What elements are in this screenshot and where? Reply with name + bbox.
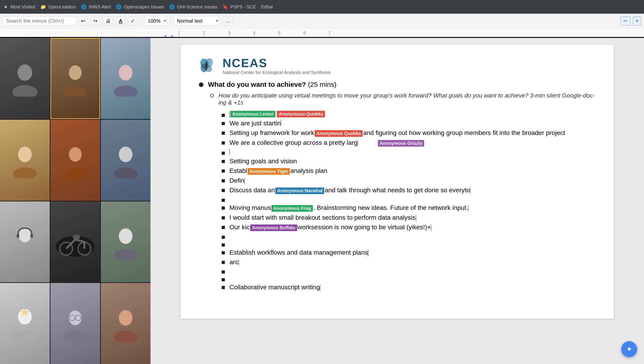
- main-bullet-text: What do you want to achieve? (25 mins): [208, 81, 336, 88]
- bullet-sq-6: [222, 160, 225, 163]
- video-cell-6: [101, 120, 150, 201]
- edit-pencil-icon: ✏: [624, 18, 628, 24]
- bullet-text-2: We are just startin: [230, 120, 281, 127]
- cursor-4: [244, 178, 245, 184]
- bullet-item-empty-2: [222, 149, 596, 155]
- cursor-11: [320, 285, 320, 291]
- cursor-2: [281, 120, 281, 126]
- svg-point-25: [13, 167, 37, 178]
- tab-psps[interactable]: PSPS - SCE: [230, 4, 256, 10]
- sub-bullet-item: How do you anticipate using virtual meet…: [210, 92, 596, 106]
- cursor-1: [230, 111, 230, 117]
- anon-quokka-label: Anonymous Quokka: [277, 111, 325, 117]
- search-menus-input[interactable]: [3, 17, 76, 26]
- time-text: (25 mins): [306, 81, 336, 88]
- svg-text:4: 4: [253, 31, 256, 35]
- svg-rect-0: [0, 28, 644, 37]
- bullet-item-empty-6: [222, 268, 596, 274]
- bullet-item-7: Defin: [222, 177, 596, 184]
- svg-text:5: 5: [278, 31, 280, 35]
- main-bullet-marker: [199, 82, 204, 87]
- main-toolbar: ↩ ↪ 🖨 A ✓ 100% Normal text … ✏ ▾: [0, 14, 644, 28]
- cursor-grizzly: [357, 140, 358, 146]
- tab-openleaders[interactable]: OpenLeaders: [48, 4, 76, 10]
- svg-point-23: [114, 86, 138, 97]
- anon-tiger-label: Anonymous Tiger: [248, 168, 290, 175]
- floating-chat-button[interactable]: ✦: [621, 341, 637, 357]
- zoom-select[interactable]: 100%: [144, 16, 167, 26]
- bullet-sq-3: [222, 131, 225, 135]
- browser-tabs: ★ Most Visited 📁 OpenLeaders 🌐 iNWS Aler…: [4, 4, 273, 10]
- tab-ohi-science[interactable]: OHI-Science Issues: [177, 4, 217, 10]
- bullet-item-empty-4: [222, 233, 596, 239]
- bullet-sq-9: [222, 189, 225, 192]
- svg-point-31: [14, 250, 36, 260]
- video-cell-11: [50, 283, 100, 364]
- cursor-7: [416, 215, 416, 221]
- bullet-text-9: Moving manusAnonymous Frog. Brainstormin…: [230, 204, 468, 212]
- bullet-list[interactable]: Anonymous Lemur Anonymous Quokka We are …: [222, 111, 596, 291]
- bullet-item-8: Discuss data anAnonymous Narwhaland talk…: [222, 187, 596, 194]
- bullet-item-6: EstablAnonymous Tigeranalysis plan: [222, 167, 596, 175]
- redo-button[interactable]: ↪: [90, 17, 100, 26]
- bullet-item-5: Setting goals and vision: [222, 157, 596, 165]
- bullet-text-10: I would start with small breakout sectio…: [230, 214, 416, 221]
- bullet-item-empty-3: [222, 196, 596, 202]
- bullet-text-12: Establish workflows and data management …: [230, 249, 368, 256]
- bullet-text-5: Setting goals and vision: [230, 157, 297, 165]
- tab-most-visited-label[interactable]: Most Visited: [10, 4, 35, 10]
- anon-narwhal-label: Anonymous Narwhal: [275, 188, 324, 194]
- undo-button[interactable]: ↩: [78, 17, 88, 26]
- main-bullet-item: What do you want to achieve? (25 mins): [199, 81, 596, 88]
- spell-check-button[interactable]: ✓: [128, 17, 138, 26]
- anon-buffalo-label: Anonymous Buffalo: [250, 225, 297, 231]
- svg-rect-32: [17, 234, 20, 238]
- bullet-sq-12: [222, 216, 225, 220]
- bullet-sq-2: [222, 122, 225, 125]
- svg-point-44: [64, 331, 87, 342]
- paint-format-button[interactable]: A: [116, 17, 126, 26]
- tab-most-visited[interactable]: ★: [4, 4, 8, 10]
- bullet-sq-19: [222, 278, 225, 281]
- svg-point-21: [64, 86, 87, 97]
- bullet-sq-16: [222, 251, 225, 254]
- cursor-9: [368, 250, 368, 256]
- cursor-6: [468, 205, 468, 212]
- bullet-sq-11: [222, 207, 225, 210]
- svg-rect-33: [30, 234, 33, 238]
- text-style-select[interactable]: Normal text: [174, 16, 219, 26]
- anon-quokka-inline: Anonymous Quokka: [315, 130, 362, 137]
- cursor-8: [431, 225, 431, 231]
- tab-folder-icon: 📁: [40, 4, 46, 10]
- document-page[interactable]: NCEAS National Center for Ecological Ana…: [180, 45, 614, 319]
- svg-point-28: [119, 147, 132, 162]
- svg-text:6: 6: [303, 31, 306, 35]
- bullet-sq-1: [222, 114, 225, 117]
- svg-point-20: [69, 65, 82, 80]
- tab-openscapes[interactable]: Openscapes Issues: [124, 4, 164, 10]
- svg-point-19: [12, 85, 38, 97]
- svg-point-18: [18, 64, 32, 81]
- bullet-text-14: Collaborative manuscript writing: [230, 284, 320, 291]
- video-cell-2: [50, 38, 100, 119]
- svg-text:2: 2: [203, 31, 205, 35]
- edit-dropdown-button[interactable]: ▾: [633, 17, 641, 26]
- print-button[interactable]: 🖨: [102, 17, 114, 26]
- nceas-subtitle: National Center for Ecological Analysis …: [222, 70, 331, 75]
- main-question-text: What do you want to achieve?: [208, 81, 306, 88]
- tab-edhat[interactable]: Edhat: [261, 4, 273, 10]
- svg-point-27: [64, 168, 87, 178]
- edit-button[interactable]: ✏: [620, 17, 630, 26]
- svg-point-41: [12, 331, 38, 342]
- bullet-sq-14: [222, 236, 225, 239]
- bullet-sq-13: [222, 226, 225, 229]
- svg-point-38: [119, 228, 132, 244]
- bullet-item-3: Setting up framework for workAnonymous Q…: [222, 129, 596, 137]
- bullet-item-empty-1: Anonymous Lemur Anonymous Quokka: [222, 111, 596, 117]
- tab-inws-alert[interactable]: iNWS Alert: [89, 4, 111, 10]
- svg-point-29: [114, 167, 138, 178]
- bullet-item-14: Collaborative manuscript writing: [222, 284, 596, 291]
- more-options-button[interactable]: …: [222, 17, 233, 26]
- anon-frog-label: Anonymous Frog: [271, 205, 313, 212]
- video-cell-12: [101, 283, 150, 364]
